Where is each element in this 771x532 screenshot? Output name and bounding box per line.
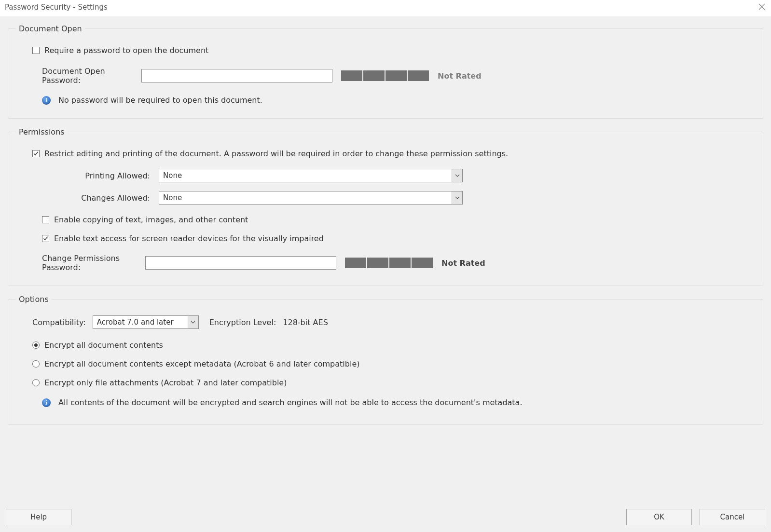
permissions-strength-text: Not Rated <box>441 259 485 268</box>
encrypt-attachments-only-label[interactable]: Encrypt only file attachments (Acrobat 7… <box>44 378 287 387</box>
require-password-checkbox[interactable] <box>32 47 40 54</box>
options-info-text: All contents of the document will be enc… <box>58 398 523 407</box>
window-title: Password Security - Settings <box>5 3 108 12</box>
encryption-level-value: 128-bit AES <box>283 318 328 327</box>
doc-open-password-input[interactable] <box>141 69 332 82</box>
close-icon[interactable] <box>758 3 765 12</box>
compatibility-label: Compatibility: <box>32 318 86 327</box>
require-password-label[interactable]: Require a password to open the document <box>44 46 208 55</box>
printing-allowed-select[interactable]: None <box>159 169 463 182</box>
changes-allowed-label: Changes Allowed: <box>20 193 150 203</box>
titlebar: Password Security - Settings <box>0 0 771 16</box>
encrypt-attachments-only-radio[interactable] <box>32 379 40 386</box>
enable-screenreader-label[interactable]: Enable text access for screen reader dev… <box>54 234 324 243</box>
restrict-editing-checkbox[interactable] <box>32 150 40 157</box>
group-options-legend: Options <box>16 295 52 304</box>
changes-allowed-select[interactable]: None <box>159 191 463 205</box>
group-document-open-legend: Document Open <box>16 24 85 33</box>
compatibility-select[interactable]: Acrobat 7.0 and later <box>93 315 199 329</box>
chevron-down-icon <box>452 191 462 204</box>
enable-copy-label[interactable]: Enable copying of text, images, and othe… <box>54 215 248 224</box>
compatibility-value: Acrobat 7.0 and later <box>93 316 188 328</box>
enable-screenreader-checkbox[interactable] <box>42 235 49 242</box>
encryption-level-label: Encryption Level: <box>209 318 276 327</box>
encrypt-all-radio[interactable] <box>32 341 40 349</box>
doc-open-info-text: No password will be required to open thi… <box>58 95 262 105</box>
chevron-down-icon <box>188 316 198 328</box>
doc-open-strength-meter <box>341 70 429 81</box>
info-icon: i <box>42 96 51 105</box>
change-permissions-password-label: Change Permissions Password: <box>42 254 138 272</box>
info-icon: i <box>42 398 51 407</box>
ok-button[interactable]: OK <box>626 509 692 525</box>
printing-allowed-value: None <box>159 169 452 182</box>
dialog-body: Document Open Require a password to open… <box>0 16 771 532</box>
change-permissions-password-input[interactable] <box>145 256 336 270</box>
chevron-down-icon <box>452 169 462 182</box>
encrypt-all-label[interactable]: Encrypt all document contents <box>44 341 163 350</box>
changes-allowed-value: None <box>159 191 452 204</box>
restrict-editing-label[interactable]: Restrict editing and printing of the doc… <box>44 149 508 158</box>
dialog-footer: Help OK Cancel <box>6 509 765 525</box>
group-options: Options Compatibility: Acrobat 7.0 and l… <box>8 295 763 425</box>
permissions-strength-meter <box>345 258 433 268</box>
printing-allowed-label: Printing Allowed: <box>20 171 150 180</box>
group-document-open: Document Open Require a password to open… <box>8 24 763 119</box>
encrypt-except-metadata-radio[interactable] <box>32 360 40 368</box>
cancel-button[interactable]: Cancel <box>700 509 765 525</box>
group-permissions-legend: Permissions <box>16 127 68 136</box>
doc-open-password-label: Document Open Password: <box>42 67 141 85</box>
doc-open-strength-text: Not Rated <box>438 71 482 81</box>
help-button[interactable]: Help <box>6 509 71 525</box>
enable-copy-checkbox[interactable] <box>42 216 49 223</box>
encrypt-except-metadata-label[interactable]: Encrypt all document contents except met… <box>44 359 359 368</box>
group-permissions: Permissions Restrict editing and printin… <box>8 127 763 286</box>
